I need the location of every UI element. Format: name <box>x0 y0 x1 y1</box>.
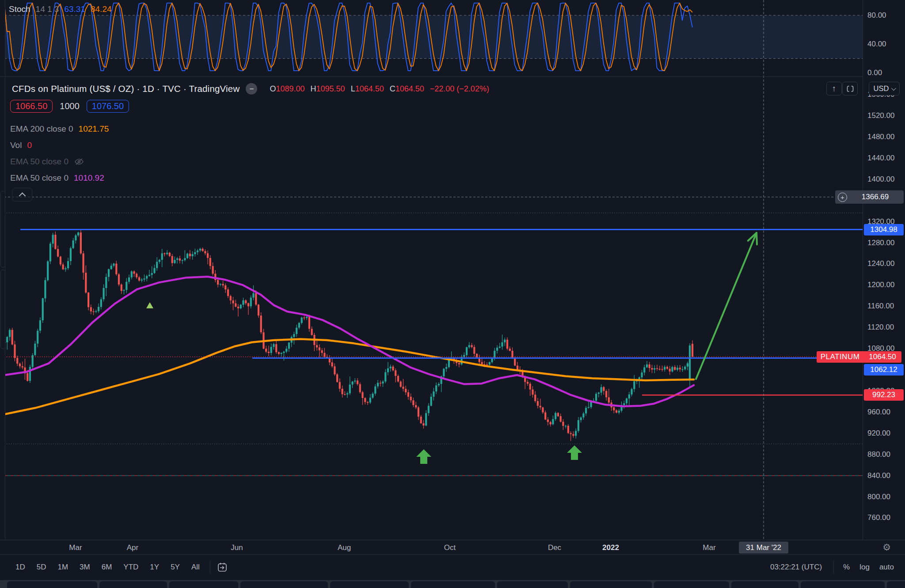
candle-body <box>344 394 346 395</box>
candle-body <box>499 347 501 348</box>
candle-body <box>664 367 665 369</box>
log-scale-button[interactable]: log <box>855 560 875 574</box>
symbol-title[interactable]: CFDs on Platinum (US$ / OZ) · 1D · TVC ·… <box>12 83 240 94</box>
candle-body <box>537 401 539 406</box>
candle-body <box>555 413 556 419</box>
candle-body <box>6 337 8 342</box>
candle-body <box>491 358 493 362</box>
candle-body <box>110 266 112 269</box>
candle-body <box>125 282 127 290</box>
candle-body <box>105 277 107 288</box>
collapsed-drawing-toolbar[interactable] <box>0 0 5 580</box>
vol-label: Vol <box>10 140 22 150</box>
crosshair-date-label: 31 Mar '22 <box>739 542 788 554</box>
stoch-k-value: 63.31 <box>64 4 85 14</box>
candle-body <box>237 307 239 308</box>
time-axis[interactable]: 31 Mar '22 ⚙ MarAprJunAugOctDec2022Mar <box>0 540 905 555</box>
candle-body <box>281 353 282 354</box>
candle-body <box>598 393 600 394</box>
candle-body <box>359 384 361 392</box>
candle-body <box>39 320 41 331</box>
candle-body <box>382 382 384 384</box>
range-button-5y[interactable]: 5Y <box>167 560 184 574</box>
footer-block <box>7 581 97 588</box>
range-button-3m[interactable]: 3M <box>76 560 94 574</box>
range-button-6m[interactable]: 6M <box>98 560 116 574</box>
candle-body <box>258 305 259 316</box>
candle-body <box>567 426 569 433</box>
range-button-1d[interactable]: 1D <box>11 560 29 574</box>
ema50-hidden-legend-row[interactable]: EMA 50 close 0 <box>10 155 84 169</box>
order-qty[interactable]: 1000 <box>58 101 81 111</box>
stoch-tick: 0.00 <box>867 68 882 77</box>
candle-body <box>489 362 491 365</box>
candle-body <box>301 318 303 323</box>
candle-body <box>352 382 354 385</box>
maximize-pane-button[interactable] <box>842 82 858 95</box>
candle-body <box>283 352 285 353</box>
gear-icon[interactable]: ⚙ <box>882 542 891 553</box>
pane-divider[interactable] <box>0 76 905 77</box>
candle-body <box>605 391 607 397</box>
candle-body <box>468 345 470 347</box>
ema200-legend-row[interactable]: EMA 200 close 0 1021.75 <box>10 122 109 136</box>
candle-body <box>123 290 125 291</box>
candle-body <box>628 395 630 398</box>
chevron-up-icon <box>19 193 26 200</box>
range-button-1y[interactable]: 1Y <box>146 560 163 574</box>
stoch-indicator-legend[interactable]: Stoch 14 1 3 63.31 84.24 <box>9 4 112 14</box>
candle-body <box>626 398 627 403</box>
stoch-d-value: 84.24 <box>91 4 112 14</box>
ema50-legend-row[interactable]: EMA 50 close 0 1010.92 <box>10 171 104 185</box>
range-button-1m[interactable]: 1M <box>53 560 72 574</box>
go-to-date-icon[interactable] <box>217 561 228 573</box>
currency-selector[interactable]: USD <box>869 82 900 95</box>
price-tick: 1520.00 <box>867 111 894 120</box>
candle-body <box>608 397 610 402</box>
auto-scale-button[interactable]: auto <box>875 560 899 574</box>
candle-body <box>540 406 541 408</box>
add-alert-plus-icon[interactable]: + <box>838 193 847 202</box>
candle-body <box>47 262 49 281</box>
candle-body <box>16 358 18 364</box>
candle-body <box>384 372 386 382</box>
candle-body <box>656 368 658 369</box>
order-price-chip[interactable]: 1066.50 <box>10 100 53 113</box>
range-button-ytd[interactable]: YTD <box>119 560 142 574</box>
candle-body <box>585 408 587 413</box>
order-tp-chip[interactable]: 1076.50 <box>87 100 129 113</box>
range-button-5d[interactable]: 5D <box>33 560 50 574</box>
candle-body <box>232 300 234 303</box>
volume-legend-row[interactable]: Vol 0 <box>10 138 32 152</box>
candle-body <box>323 353 325 357</box>
ema50-label: EMA 50 close 0 <box>10 173 68 183</box>
footer-panel-strip <box>0 580 905 588</box>
candle-body <box>103 288 105 300</box>
scroll-to-recent-button[interactable]: ↑ <box>826 82 842 95</box>
price-axis[interactable]: 1560.001520.001480.001440.001400.001360.… <box>863 0 905 540</box>
candle-body <box>633 381 635 389</box>
candle-body <box>108 269 110 277</box>
candle-body <box>552 419 554 425</box>
candle-body <box>303 318 305 319</box>
time-label: Mar <box>69 543 82 552</box>
footer-block <box>731 581 799 588</box>
toolbar-slot <box>0 269 5 349</box>
eye-off-icon[interactable] <box>74 156 84 167</box>
legend-collapse-button[interactable] <box>12 188 32 201</box>
percent-scale-button[interactable]: % <box>838 560 855 574</box>
ohlc-segment: H1095.50 <box>311 84 345 94</box>
collapse-symbol-icon[interactable]: − <box>246 83 257 95</box>
range-button-all[interactable]: All <box>187 560 204 574</box>
candle-body <box>182 260 183 261</box>
candle-body <box>570 433 572 434</box>
candle-body <box>397 376 399 382</box>
footer-block <box>654 581 729 588</box>
candle-body <box>639 377 640 379</box>
candle-body <box>331 362 333 366</box>
utc-clock[interactable]: 03:22:21 (UTC) <box>770 563 822 572</box>
small-triangle-marker-icon <box>146 302 153 308</box>
candle-body <box>278 352 280 354</box>
candle-body <box>209 258 211 266</box>
candle-body <box>298 323 300 328</box>
